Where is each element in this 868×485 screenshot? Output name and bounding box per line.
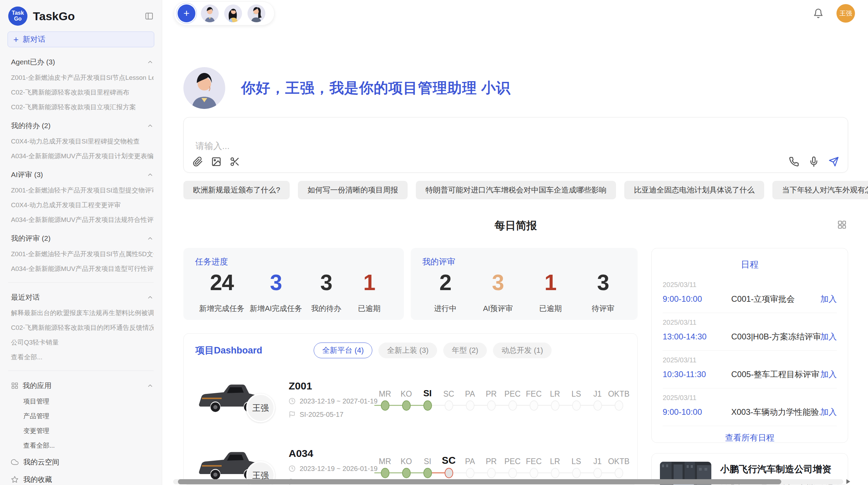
suggestion-chip[interactable]: 比亚迪全固态电池计划具体说了什么 bbox=[624, 181, 764, 199]
sidebar-task-item[interactable]: C0X4-动力总成开发项目工程变更评审 bbox=[11, 201, 154, 209]
stat-value: 1 bbox=[532, 270, 569, 295]
recent-chat-item[interactable]: 查看全部... bbox=[11, 353, 154, 361]
suggestion-chip[interactable]: 当下年轻人对汽车外观有怎样的喜好趋势 bbox=[772, 181, 868, 199]
join-link[interactable]: 加入 bbox=[820, 331, 837, 342]
milestone-label: MR bbox=[379, 454, 391, 466]
dashboard-tab[interactable]: 年型 (2) bbox=[443, 343, 487, 358]
milestone-label: PEC bbox=[504, 454, 520, 466]
team-avatar-1[interactable] bbox=[201, 4, 219, 22]
milestone-dot bbox=[466, 400, 474, 411]
right-column: 日程 2025/03/11 9:00-10:00 C001-立项审批会 加入 bbox=[651, 248, 848, 485]
milestone: OKTB bbox=[608, 386, 629, 412]
chevron-up-icon[interactable] bbox=[147, 294, 154, 301]
schedule-event-title: X003-车辆动力学性能验... bbox=[731, 407, 820, 418]
composer-left-tools bbox=[193, 157, 240, 167]
project-row-a034[interactable]: 王强 A034 2023-12-19 ~ 2026-01-19 SC-2025-… bbox=[195, 440, 626, 485]
recent-chat-item[interactable]: 解释最新出台的欧盟报废车法规再生塑料比例被调至15%... bbox=[11, 309, 154, 317]
recent-chat-item[interactable]: C02-飞腾新能源轻客改款项目的闭环通告反馈情况 bbox=[11, 324, 154, 332]
layout-grid-icon[interactable] bbox=[837, 220, 847, 229]
join-link[interactable]: 加入 bbox=[820, 407, 837, 418]
team-avatar-2[interactable] bbox=[224, 4, 242, 22]
chevron-up-icon[interactable] bbox=[147, 59, 154, 65]
microphone-icon[interactable] bbox=[809, 157, 819, 167]
attachment-icon[interactable] bbox=[193, 157, 203, 167]
view-all-schedule-link[interactable]: 查看所有日程 bbox=[663, 426, 837, 447]
milestone-dot bbox=[530, 400, 538, 411]
chevron-up-icon[interactable] bbox=[147, 171, 154, 178]
dashboard-tab[interactable]: 动总开发 (1) bbox=[493, 343, 552, 358]
my-review-list: Z001-全新燃油轻卡产品开发项目SI节点属性5D文件评审A034-全新新能源M… bbox=[11, 250, 154, 273]
image-upload-icon[interactable] bbox=[211, 157, 221, 167]
milestone: SI bbox=[417, 386, 438, 412]
send-icon[interactable] bbox=[829, 157, 839, 167]
voice-call-icon[interactable] bbox=[789, 157, 799, 167]
divider bbox=[8, 371, 154, 371]
sidebar-task-item[interactable]: Z001-全新燃油皮卡产品开发项目SI节点Lesson Learn报告 bbox=[11, 74, 154, 82]
horizontal-scrollbar[interactable] bbox=[173, 479, 843, 484]
add-member-button[interactable]: + bbox=[178, 4, 195, 22]
scroll-right-arrow-icon[interactable] bbox=[846, 479, 850, 484]
milestone-timeline: MR KO bbox=[374, 386, 629, 412]
sidebar-task-item[interactable]: C02-飞腾新能源轻客改款项目里程碑画布 bbox=[11, 89, 154, 96]
sidebar-task-item[interactable]: C0X4-动力总成开发项目SI里程碑提交物检查 bbox=[11, 138, 154, 145]
sidebar-task-item[interactable]: A034-全新新能源MUV产品开发项目法规符合性评审 bbox=[11, 216, 154, 224]
recent-chat-item[interactable]: 公司Q3轻卡销量 bbox=[11, 339, 154, 346]
logo-text-bottom: Go bbox=[14, 16, 22, 22]
my-review-title: 我的评审 bbox=[422, 256, 626, 267]
suggestion-chip[interactable]: 特朗普可能对进口汽车增税会对中国车企造成哪些影响 bbox=[416, 181, 616, 199]
sidebar-task-item[interactable]: A034-全新新能源MUV产品开发项目计划变更表编写 bbox=[11, 152, 154, 160]
chevron-up-icon[interactable] bbox=[147, 382, 154, 389]
join-link[interactable]: 加入 bbox=[820, 369, 837, 380]
main-area: + 王强 你好，王强，我是你的项目管理助理 小识 bbox=[162, 0, 868, 485]
schedule-title: 日程 bbox=[663, 256, 837, 275]
sidebar-task-item[interactable]: Z001-全新燃油轻卡产品开发项目SI节点属性5D文件评审 bbox=[11, 250, 154, 258]
sidebar-task-item[interactable]: C02-飞腾新能源轻客改款项目立项汇报方案 bbox=[11, 103, 154, 111]
sidebar-item-cloud-space[interactable]: 我的云空间 bbox=[11, 457, 154, 467]
app-item[interactable]: 项目管理 bbox=[11, 398, 154, 405]
scrollbar-thumb[interactable] bbox=[178, 479, 781, 484]
user-avatar[interactable]: 王强 bbox=[836, 4, 855, 23]
app-item[interactable]: 变更管理 bbox=[11, 427, 154, 435]
schedule-time: 9:00-10:00 bbox=[663, 294, 731, 304]
app-item[interactable]: 查看全部... bbox=[11, 442, 154, 449]
milestone-label: LR bbox=[550, 386, 560, 399]
suggestion-chip[interactable]: 如何写一份清晰的项目周报 bbox=[298, 181, 408, 199]
milestone-label: KO bbox=[400, 454, 412, 466]
milestone: FEC bbox=[523, 386, 544, 412]
schedule-time: 13:00-14:30 bbox=[663, 332, 731, 341]
milestone: J1 bbox=[587, 386, 608, 412]
milestone: KO bbox=[396, 454, 417, 480]
collapse-sidebar-icon[interactable] bbox=[145, 12, 154, 21]
chevron-up-icon[interactable] bbox=[147, 122, 154, 129]
dashboard-tabs: 全新平台 (4)全新上装 (3)年型 (2)动总开发 (1) bbox=[314, 343, 552, 358]
project-media: 王强 bbox=[195, 379, 285, 419]
chat-input-box[interactable]: 请输入... bbox=[183, 117, 848, 173]
app-item[interactable]: 产品管理 bbox=[11, 412, 154, 420]
milestone: PA bbox=[459, 386, 481, 412]
section-ai-review: AI评审 (3) bbox=[11, 170, 154, 179]
chevron-up-icon[interactable] bbox=[147, 235, 154, 242]
sidebar-task-item[interactable]: A034-全新新能源MUV产品开发项目造型可行性评审 bbox=[11, 265, 154, 273]
sidebar-header: Task Go TaskGo bbox=[0, 5, 162, 27]
milestone: PEC bbox=[502, 454, 523, 480]
join-link[interactable]: 加入 bbox=[820, 294, 837, 304]
team-avatar-3[interactable] bbox=[248, 4, 265, 22]
milestone: SC bbox=[438, 454, 459, 480]
dashboard-tab[interactable]: 全新平台 (4) bbox=[314, 343, 372, 358]
stat-value: 3 bbox=[250, 270, 302, 295]
notification-bell-icon[interactable] bbox=[813, 8, 823, 18]
screenshot-scissors-icon[interactable] bbox=[230, 157, 240, 167]
milestone-label: J1 bbox=[593, 454, 602, 466]
briefing-left-column: 任务进度 24 新增完成任务 3 新增AI bbox=[183, 248, 638, 485]
sidebar-item-favorites[interactable]: 我的收藏 bbox=[11, 475, 154, 484]
sidebar-task-item[interactable]: Z001-全新燃油轻卡产品开发项目SI造型提交物评审 bbox=[11, 187, 154, 194]
milestone-dot bbox=[572, 400, 581, 411]
milestone-dot bbox=[572, 468, 581, 478]
project-dashboard-card: 项目Dashboard 全新平台 (4)全新上装 (3)年型 (2)动总开发 (… bbox=[183, 333, 638, 485]
project-row-z001[interactable]: 王强 Z001 2023-12-19 ~ 2027-01-19 SI-2025-… bbox=[195, 373, 626, 426]
dashboard-tab[interactable]: 全新上装 (3) bbox=[378, 343, 437, 358]
new-chat-button[interactable]: + 新对话 bbox=[8, 32, 154, 47]
milestone: SC bbox=[438, 386, 459, 412]
milestone-dot bbox=[487, 468, 496, 478]
suggestion-chip[interactable]: 欧洲新规最近颁布了什么? bbox=[183, 181, 290, 199]
